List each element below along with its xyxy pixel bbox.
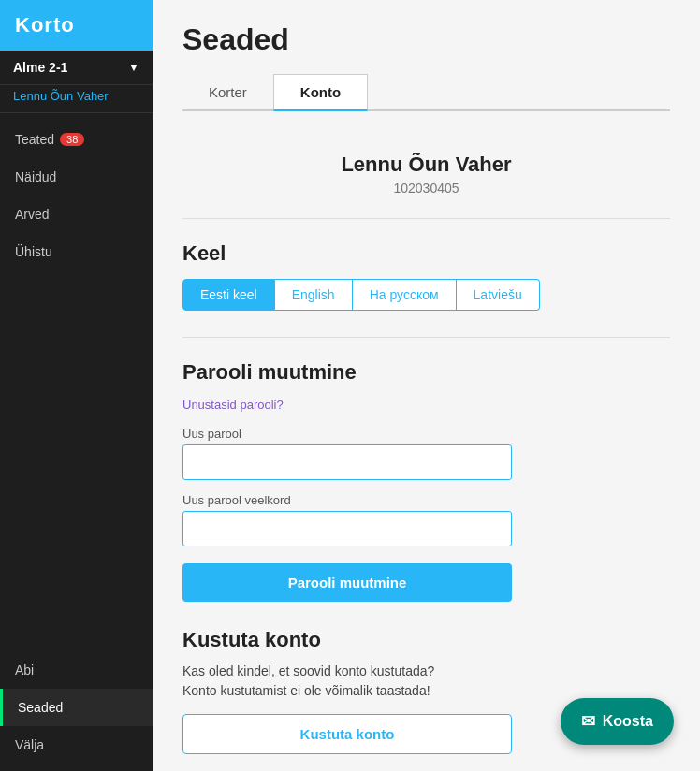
delete-account-button[interactable]: Kustuta konto [182, 714, 512, 754]
password-section: Parooli muutmine Unustasid parooli? Uus … [182, 360, 670, 602]
change-password-button[interactable]: Parooli muutmine [182, 563, 512, 602]
tabs: Korter Konto [182, 74, 670, 111]
section-divider-1 [182, 337, 670, 338]
sidebar-item-seaded[interactable]: Seaded [0, 689, 153, 726]
language-section-title: Keel [182, 241, 670, 266]
sidebar-item-valja[interactable]: Välja [0, 726, 153, 764]
profile-section: Lennu Õun Vaher 102030405 [182, 138, 670, 219]
sidebar-item-abi[interactable]: Abi [0, 651, 153, 689]
profile-id: 102030405 [182, 181, 670, 196]
account-name: Alme 2-1 [13, 60, 67, 75]
tab-konto[interactable]: Konto [273, 74, 368, 111]
lang-btn-english[interactable]: English [275, 279, 353, 311]
page-title: Seaded [182, 22, 670, 57]
new-password-label: Uus parool [182, 427, 670, 441]
new-password-input[interactable] [182, 444, 512, 480]
teated-badge: 38 [60, 133, 84, 146]
delete-account-description: Kas oled kindel, et soovid konto kustuta… [182, 662, 670, 701]
new-password-group: Uus parool [182, 427, 670, 480]
lang-btn-latvian[interactable]: Latviešu [457, 279, 540, 311]
sidebar-item-naidud[interactable]: Näidud [0, 158, 153, 196]
sidebar: Korto Alme 2-1 ▼ Lennu Õun Vaher Teated … [0, 0, 153, 771]
tab-korter[interactable]: Korter [182, 74, 273, 111]
fab-label: Koosta [603, 713, 653, 730]
password-section-title: Parooli muutmine [182, 360, 670, 385]
sidebar-item-label: Seaded [18, 700, 63, 715]
sidebar-account[interactable]: Alme 2-1 ▼ [0, 51, 153, 85]
confirm-password-group: Uus parool veelkord [182, 493, 670, 546]
lang-btn-eesti[interactable]: Eesti keel [182, 279, 275, 311]
sidebar-nav: Teated 38 Näidud Arved Ühistu Abi Seaded… [0, 113, 153, 771]
sidebar-item-label: Välja [15, 737, 44, 752]
sidebar-bottom: Abi Seaded Välja [0, 651, 153, 771]
app-logo: Korto [0, 0, 153, 51]
confirm-password-input[interactable] [182, 511, 512, 546]
profile-name: Lennu Õun Vaher [182, 153, 670, 177]
sidebar-item-uhistu[interactable]: Ühistu [0, 233, 153, 270]
forgot-password-link[interactable]: Unustasid parooli? [182, 398, 670, 412]
chevron-down-icon: ▼ [128, 61, 139, 74]
delete-description-line1: Kas oled kindel, et soovid konto kustuta… [182, 663, 434, 678]
main-content: Seaded Korter Konto Lennu Õun Vaher 1020… [153, 0, 700, 771]
delete-account-title: Kustuta konto [182, 628, 670, 652]
confirm-password-label: Uus parool veelkord [182, 493, 670, 507]
sidebar-item-label: Näidud [15, 169, 56, 184]
sidebar-item-label: Ühistu [15, 244, 52, 259]
language-buttons: Eesti keel English На русском Latviešu [182, 279, 670, 311]
sidebar-item-teated[interactable]: Teated 38 [0, 121, 153, 158]
language-section: Keel Eesti keel English На русском Latvi… [182, 241, 670, 311]
sidebar-item-label: Teated [15, 132, 54, 147]
sidebar-item-arved[interactable]: Arved [0, 196, 153, 233]
lang-btn-russian[interactable]: На русском [353, 279, 457, 311]
envelope-icon: ✉ [581, 711, 595, 732]
sidebar-item-label: Abi [15, 662, 34, 677]
delete-description-line2: Konto kustutamist ei ole võimalik taasta… [182, 683, 430, 698]
sidebar-item-label: Arved [15, 207, 50, 222]
sidebar-user: Lennu Õun Vaher [0, 85, 153, 113]
compose-fab[interactable]: ✉ Koosta [561, 698, 674, 745]
